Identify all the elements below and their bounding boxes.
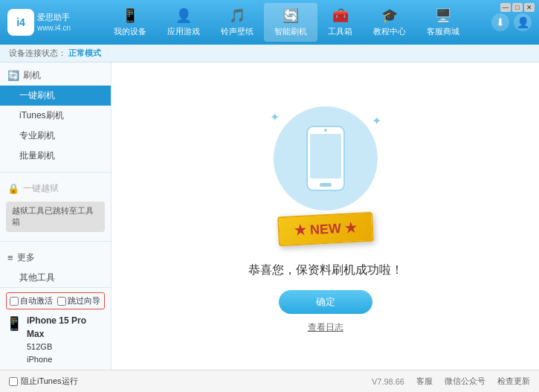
new-badge: ★ NEW ★	[277, 211, 374, 246]
confirm-button[interactable]: 确定	[279, 290, 372, 314]
batch-flash-label: 批量刷机	[19, 150, 55, 161]
logo-url: www.i4.cn	[37, 23, 71, 33]
itunes-block-item[interactable]: 阻止iTunes运行	[9, 376, 78, 387]
one-key-flash-label: 一键刷机	[19, 90, 55, 100]
device-name: iPhone 15 Pro Max	[27, 314, 105, 341]
header-actions: ⬇ 👤	[491, 13, 532, 31]
more-section-label: 更多	[17, 251, 35, 264]
close-button[interactable]: ✕	[524, 3, 535, 12]
sidebar-section-flash: 🔄 刷机 一键刷机 iTunes刷机 专业刷机 批量刷机	[0, 62, 111, 169]
tab-service[interactable]: 🖥️ 客服商城	[416, 3, 470, 42]
sidebar-item-batch-flash[interactable]: 批量刷机	[0, 146, 111, 166]
smart-flash-label: 智能刷机	[274, 26, 307, 37]
ringtones-label: 铃声壁纸	[221, 26, 254, 37]
auto-activate-label: 自动激活	[20, 295, 53, 306]
check-update-link[interactable]: 检查更新	[497, 376, 530, 387]
breadcrumb: 设备连接状态： 正常模式	[0, 45, 539, 62]
device-details: iPhone 15 Pro Max 512GB iPhone	[27, 314, 105, 365]
service-icon: 🖥️	[435, 7, 451, 24]
other-tools-label: 其他工具	[19, 272, 55, 283]
flash-section-icon: 🔄	[7, 70, 19, 81]
status-bar: 阻止iTunes运行 V7.98.66 客服 微信公众号 检查更新	[0, 370, 539, 392]
logo: i4 爱思助手 www.i4.cn	[7, 9, 82, 36]
service-label: 客服商城	[427, 26, 459, 37]
new-badge-text: NEW	[309, 220, 341, 237]
user-button[interactable]: 👤	[514, 13, 532, 31]
window-controls: — □ ✕	[500, 3, 535, 12]
version-text: V7.98.66	[372, 377, 404, 386]
sparkle-right: ✦	[372, 114, 381, 128]
auto-activate-item[interactable]: 自动激活	[10, 295, 53, 306]
tab-tutorials[interactable]: 🎓 教程中心	[363, 3, 416, 42]
logo-name: 爱思助手	[37, 12, 71, 22]
tab-my-device[interactable]: 📱 我的设备	[103, 3, 157, 42]
svg-point-3	[324, 129, 327, 132]
tutorials-icon: 🎓	[381, 7, 398, 24]
sidebar-section-jailbreak: 🔒 一键越狱 越狱工具已跳转至工具箱	[0, 176, 111, 238]
device-info: 📱 iPhone 15 Pro Max 512GB iPhone	[6, 314, 105, 365]
tab-toolbox[interactable]: 🧰 工具箱	[317, 3, 363, 42]
log-link[interactable]: 查看日志	[308, 321, 343, 334]
download-button[interactable]: ⬇	[491, 13, 509, 31]
toolbox-icon: 🧰	[332, 7, 349, 24]
pro-flash-label: 专业刷机	[19, 130, 55, 141]
tab-smart-flash[interactable]: 🔄 智能刷机	[264, 3, 317, 42]
auto-guide-label: 跳过向导	[68, 295, 100, 306]
ringtones-icon: 🎵	[229, 7, 245, 24]
sparkle-left: ✦	[270, 110, 280, 124]
smart-flash-icon: 🔄	[283, 7, 299, 24]
flash-section-label: 刷机	[23, 69, 41, 82]
toolbox-label: 工具箱	[328, 26, 352, 37]
nav-tabs: 📱 我的设备 👤 应用游戏 🎵 铃声壁纸 🔄 智能刷机 🧰 工具箱 🎓	[82, 3, 491, 42]
success-illustration: ✦ ✦ ★ NEW	[251, 99, 400, 248]
success-message: 恭喜您，保资料刷机成功啦！	[248, 263, 403, 278]
content-area: ✦ ✦ ★ NEW	[112, 62, 539, 370]
svg-rect-2	[320, 183, 332, 187]
my-device-icon: 📱	[122, 7, 138, 24]
sidebar-divider-2	[0, 241, 111, 242]
logo-text: 爱思助手 www.i4.cn	[37, 12, 71, 32]
itunes-flash-label: iTunes刷机	[19, 110, 64, 121]
sidebar-jailbreak-header: 🔒 一键越狱	[0, 179, 111, 199]
tab-ringtones[interactable]: 🎵 铃声壁纸	[210, 3, 264, 42]
sidebar-item-pro-flash[interactable]: 专业刷机	[0, 126, 111, 146]
tab-apps[interactable]: 👤 应用游戏	[157, 3, 210, 42]
sidebar-item-other-tools[interactable]: 其他工具	[0, 268, 111, 288]
minimize-button[interactable]: —	[500, 3, 511, 12]
device-phone-icon: 📱	[6, 315, 22, 332]
auto-guide-checkbox[interactable]	[57, 297, 66, 306]
phone-circle	[274, 106, 378, 211]
breadcrumb-prefix: 设备连接状态：	[9, 48, 66, 57]
device-storage: 512GB	[27, 341, 105, 353]
device-bar: 自动激活 跳过向导 📱 iPhone 15 Pro Max 512GB iPho…	[0, 287, 112, 370]
apps-label: 应用游戏	[167, 26, 200, 37]
phone-svg	[303, 125, 348, 192]
sidebar-item-one-key-flash[interactable]: 一键刷机	[0, 86, 111, 106]
sidebar-flash-header[interactable]: 🔄 刷机	[0, 65, 111, 86]
itunes-block-checkbox[interactable]	[9, 377, 18, 386]
sidebar-item-itunes-flash[interactable]: iTunes刷机	[0, 106, 111, 126]
maximize-button[interactable]: □	[512, 3, 523, 12]
breadcrumb-status: 正常模式	[68, 48, 101, 57]
header: i4 爱思助手 www.i4.cn 📱 我的设备 👤 应用游戏 🎵 铃声壁纸 🔄	[0, 0, 539, 45]
customer-service-link[interactable]: 客服	[416, 376, 433, 387]
auto-activate-checkbox[interactable]	[10, 297, 19, 306]
sidebar-more-header[interactable]: ≡ 更多	[0, 248, 111, 268]
auto-guide-item[interactable]: 跳过向导	[57, 295, 100, 306]
jailbreak-section-icon: 🔒	[7, 183, 19, 194]
apps-icon: 👤	[175, 7, 192, 24]
logo-icon: i4	[7, 9, 34, 36]
svg-rect-1	[310, 134, 341, 179]
device-type: iPhone	[27, 353, 105, 366]
tutorials-label: 教程中心	[373, 26, 406, 37]
jailbreak-section-label: 一键越狱	[23, 182, 59, 195]
wechat-link[interactable]: 微信公众号	[445, 376, 485, 387]
my-device-label: 我的设备	[114, 26, 146, 37]
sidebar-divider-1	[0, 172, 111, 173]
itunes-block-label: 阻止iTunes运行	[21, 376, 78, 387]
more-section-icon: ≡	[7, 252, 13, 263]
repair-notice: 越狱工具已跳转至工具箱	[6, 202, 105, 232]
device-checkbox-row: 自动激活 跳过向导	[6, 292, 105, 309]
